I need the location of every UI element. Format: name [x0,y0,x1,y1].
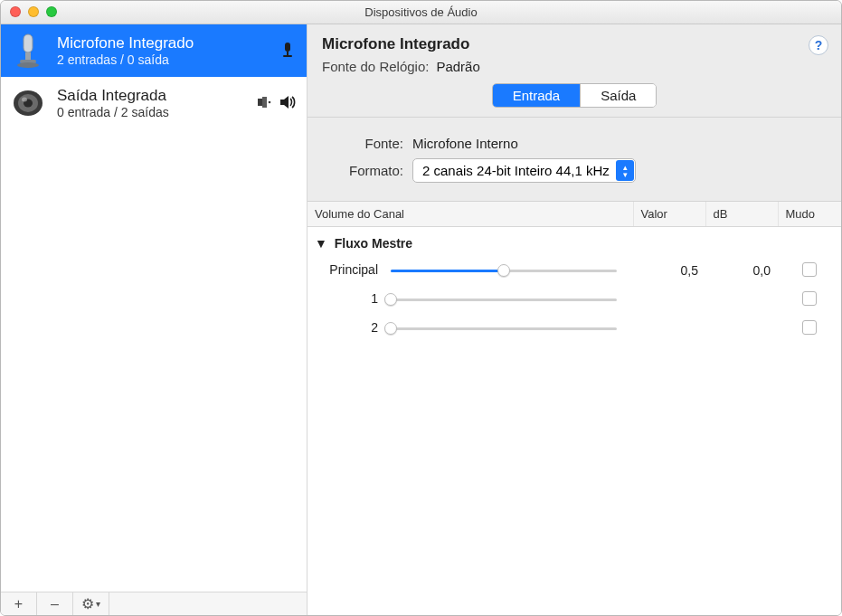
device-list: Microfone Integrado 2 entradas / 0 saída [1,24,307,592]
action-menu-button[interactable]: ⚙︎ ▾ [73,592,109,615]
titlebar: Dispositivos de Áudio [1,1,841,24]
svg-rect-5 [287,52,289,55]
system-sound-icon [256,93,274,114]
remove-device-button[interactable]: – [37,592,73,615]
channel-label: Principal [315,262,378,277]
source-label: Fonte: [322,136,403,151]
channel-table: Volume do Canal Valor dB Mudo Via ▼ Flux… [307,202,841,343]
channel-row-2: 2 [307,314,841,343]
svg-point-13 [269,100,271,103]
svg-rect-12 [262,97,267,108]
chevron-down-icon: ▾ [96,599,100,609]
help-button[interactable]: ? [809,35,828,55]
value-cell [633,314,705,343]
svg-rect-0 [24,34,33,52]
group-row[interactable]: ▼ Fluxo Mestre [307,227,841,257]
device-row-texts: Saída Integrada 0 entrada / 2 saídas [57,86,238,121]
minus-icon: – [51,596,59,612]
device-form: Fonte: Microfone Interno Formato: 2 cana… [307,118,841,202]
svg-rect-6 [283,55,292,57]
help-icon: ? [815,38,823,52]
device-row-microphone[interactable]: Microfone Integrado 2 entradas / 0 saída [1,24,307,77]
default-output-icon [278,92,298,115]
microphone-icon [8,31,48,71]
tab-input[interactable]: Entrada [493,84,581,107]
io-tabs: Entrada Saída [492,83,658,108]
device-sidebar: Microfone Integrado 2 entradas / 0 saída [1,24,307,615]
channel-row-principal: Principal 0,5 0,0 [307,256,841,285]
db-cell [705,314,778,343]
format-select-wrap: 2 canais 24-bit Inteiro 44,1 kHz ▴▾ [412,158,636,183]
format-select[interactable]: 2 canais 24-bit Inteiro 44,1 kHz [412,158,636,183]
mute-checkbox[interactable] [802,291,817,306]
window-title: Dispositivos de Áudio [8,5,834,19]
channel-row-1: 1 [307,285,841,314]
col-mute[interactable]: Mudo [778,202,841,227]
mute-checkbox[interactable] [802,262,817,277]
tab-output-label: Saída [601,88,636,103]
volume-slider-2[interactable] [391,319,617,337]
close-window-button[interactable] [10,6,21,17]
clock-source-label: Fonte do Relógio: [322,59,429,74]
device-io-summary: 0 entrada / 2 saídas [57,105,238,121]
minimize-window-button[interactable] [28,6,39,17]
svg-rect-4 [285,43,290,52]
device-right-icons [247,40,298,62]
svg-point-3 [17,62,39,68]
slider-fill [391,270,504,272]
device-name: Saída Integrada [57,86,238,105]
disclosure-triangle-icon[interactable]: ▼ [315,236,327,251]
volume-slider-1[interactable] [391,290,617,308]
tab-input-label: Entrada [513,88,561,103]
add-device-button[interactable]: + [1,592,37,615]
channel-label: 1 [315,291,378,306]
col-db[interactable]: dB [705,202,778,227]
tab-output[interactable]: Saída [580,84,656,107]
table-header-row: Volume do Canal Valor dB Mudo Via [307,202,841,227]
channel-table-area: Volume do Canal Valor dB Mudo Via ▼ Flux… [307,202,841,615]
device-name: Microfone Integrado [57,33,238,52]
svg-point-10 [22,98,27,102]
sidebar-toolbar: + – ⚙︎ ▾ [1,592,307,615]
db-cell [705,285,778,314]
device-row-output[interactable]: Saída Integrada 0 entrada / 2 saídas [1,77,307,129]
device-header: ? Microfone Integrado Fonte do Relógio: … [307,24,841,118]
plus-icon: + [14,596,23,612]
value-cell: 0,5 [633,256,705,285]
main-panel: ? Microfone Integrado Fonte do Relógio: … [307,24,841,615]
slider-thumb[interactable] [497,264,510,277]
db-cell: 0,0 [705,256,778,285]
slider-thumb[interactable] [384,293,397,306]
speaker-icon [8,83,48,123]
default-input-icon [278,40,298,62]
clock-source-value: Padrão [436,59,479,74]
window-body: Microfone Integrado 2 entradas / 0 saída [1,24,841,615]
zoom-window-button[interactable] [46,6,57,17]
window: Dispositivos de Áudio Microfone In [0,0,842,616]
stepper-arrows-icon: ▴▾ [616,160,634,181]
group-label: Fluxo Mestre [335,236,412,251]
device-title: Microfone Integrado [322,35,827,53]
col-channel[interactable]: Volume do Canal [307,202,633,227]
mute-checkbox[interactable] [802,320,817,335]
volume-slider-principal[interactable] [391,261,617,280]
svg-rect-1 [25,52,31,60]
traffic-lights [10,6,57,17]
svg-rect-11 [258,99,262,106]
device-right-icons [247,92,298,115]
col-value[interactable]: Valor [633,202,705,227]
gear-icon: ⚙︎ [81,595,94,612]
channel-label: 2 [315,320,378,335]
device-io-summary: 2 entradas / 0 saída [57,52,238,69]
format-label: Formato: [322,163,403,178]
value-cell [633,285,705,314]
slider-thumb[interactable] [384,322,397,335]
device-row-texts: Microfone Integrado 2 entradas / 0 saída [57,33,238,69]
source-value: Microfone Interno [412,136,518,151]
